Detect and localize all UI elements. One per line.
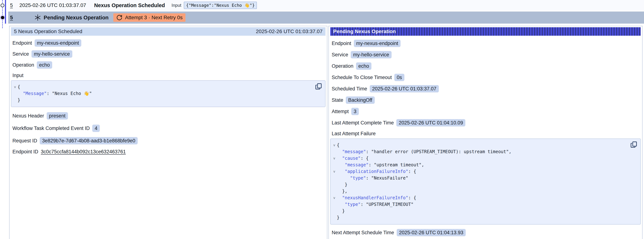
event-detail-fields-top: Endpoint my-nexus-endpoint Service my-he…	[11, 39, 326, 69]
endpoint-id-link[interactable]: 3c0c75ccfa8144b092c13ce632463761	[41, 149, 126, 155]
field-label: Endpoint	[12, 40, 32, 46]
field-row: Last Attempt Complete Time 2025-02-26 UT…	[332, 119, 641, 126]
field-label: Schedule To Close Timeout	[332, 75, 392, 80]
copy-button[interactable]	[315, 83, 322, 90]
timeline-open-circle-marker	[0, 4, 4, 7]
json-line-pre: },	[337, 188, 348, 194]
json-line-post: : {	[408, 168, 416, 175]
json-line: v "nexusHandlerFailureInfo" : {	[332, 194, 628, 201]
json-line-post: : {	[408, 194, 416, 201]
event-row-nexus-operation-scheduled[interactable]: 5 2025-02-26 UTC 01:03:37.07 Nexus Opera…	[8, 0, 644, 10]
timeline-filled-dot-marker	[1, 16, 4, 19]
next-attempt-row: Next Attempt Schedule Time 2025-02-26 UT…	[332, 229, 641, 236]
event-input-label: Input	[172, 3, 181, 8]
field-row: Scheduled Time 2025-02-26 UTC 01:03:37.0…	[332, 85, 641, 92]
field-value-chip: 0s	[394, 74, 404, 81]
json-line-pre	[337, 194, 342, 201]
json-line-pre: {	[337, 142, 340, 148]
pending-operation-panel: Pending Nexus Operation Endpoint my-nexu…	[328, 26, 642, 239]
copy-icon	[315, 83, 322, 90]
pending-operation-header: Pending Nexus Operation	[330, 27, 641, 36]
field-value-chip: my-hello-service	[32, 50, 72, 58]
json-line-key: "type"	[345, 201, 361, 208]
endpoint-id-row: Endpoint ID 3c0c75ccfa8144b092c13ce63246…	[12, 148, 326, 155]
next-attempt-value-chip: 2025-02-26 UTC 01:04:13.93	[397, 229, 466, 236]
json-line: "message" : "handler error (UPSTREAM_TIM…	[332, 148, 628, 155]
event-detail-panel: 5 Nexus Operation Scheduled 2025-02-26 U…	[9, 26, 327, 239]
event-detail-header: 5 Nexus Operation Scheduled 2025-02-26 U…	[11, 27, 326, 36]
field-value-chip: my-hello-service	[351, 51, 392, 58]
event-timestamp: 2025-02-26 UTC 01:03:37.07	[20, 2, 86, 8]
pending-event-id-link[interactable]: 5	[10, 15, 13, 20]
next-attempt-label: Next Attempt Schedule Time	[332, 230, 394, 236]
field-row: Endpoint my-nexus-endpoint	[332, 40, 641, 47]
field-value-chip: present	[47, 112, 68, 120]
copy-button[interactable]	[630, 141, 638, 148]
collapse-chevron-icon[interactable]: v	[332, 194, 337, 201]
collapse-chevron-icon[interactable]: v	[12, 84, 18, 90]
field-value-chip: 2025-02-26 UTC 01:03:37.07	[370, 85, 439, 92]
field-row: Schedule To Close Timeout 0s	[332, 74, 641, 81]
json-line-key: "nexusHandlerFailureInfo"	[342, 194, 408, 201]
json-line-post: : "NexusFailure"	[366, 175, 408, 181]
json-line: v {	[332, 142, 628, 148]
field-row: Attempt 3	[332, 108, 641, 115]
field-value-chip: 3e829b7e-7d67-4b08-aad3-b1e868bfe9e0	[40, 137, 138, 144]
field-row: Request ID 3e829b7e-7d67-4b08-aad3-b1e86…	[12, 137, 326, 144]
json-line: }	[332, 181, 628, 188]
field-row: Endpoint my-nexus-endpoint	[12, 39, 326, 47]
collapse-chevron-icon	[12, 90, 18, 97]
collapse-chevron-icon	[332, 162, 337, 168]
last-attempt-failure-label: Last Attempt Failure	[332, 131, 641, 136]
json-line-pre	[337, 201, 345, 208]
collapse-chevron-icon	[12, 97, 18, 104]
collapse-chevron-icon	[332, 214, 337, 221]
json-line: },	[332, 188, 628, 194]
field-label: Service	[12, 51, 29, 57]
field-row: Operation echo	[12, 61, 326, 69]
json-line-key: "Message"	[23, 90, 47, 97]
field-value-chip: my-nexus-endpoint	[34, 39, 82, 47]
copy-icon	[630, 141, 637, 148]
field-label: Last Attempt Complete Time	[332, 120, 394, 126]
json-line: "message" : "upstream timeout",	[332, 162, 628, 168]
json-line-post: : {	[361, 155, 368, 162]
field-row: Operation echo	[332, 62, 641, 70]
field-label: Request ID	[12, 138, 37, 144]
field-label: Workflow Task Completed Event ID	[12, 126, 90, 131]
json-line: "type" : "NexusFailure"	[332, 175, 628, 181]
event-id-link[interactable]: 5	[10, 2, 13, 8]
json-line: }	[332, 214, 628, 221]
field-row: Service my-hello-service	[12, 50, 326, 58]
event-detail-fields-bottom: Nexus Header present Workflow Task Compl…	[11, 112, 326, 144]
pending-operation-fields: Endpoint my-nexus-endpoint Service my-he…	[330, 40, 641, 126]
collapse-chevron-icon[interactable]: v	[332, 155, 337, 162]
event-title: Nexus Operation Scheduled	[94, 2, 165, 8]
json-line-pre: {	[18, 84, 20, 90]
collapse-chevron-icon[interactable]: v	[332, 142, 337, 148]
failure-json-lines: v { "message" : "handler error (UPSTREAM…	[332, 142, 628, 221]
json-line-post: : "UPSTREAM_TIMEOUT"	[361, 201, 414, 208]
json-line-key: "type"	[350, 175, 366, 181]
event-input-value-chip[interactable]: {"Message":"Nexus Echo 👋"}	[184, 2, 257, 9]
pending-asterisk-icon	[34, 14, 41, 21]
collapse-chevron-icon	[332, 148, 337, 155]
json-line: "type" : "UPSTREAM_TIMEOUT"	[332, 201, 628, 208]
field-label: Endpoint	[332, 41, 351, 46]
failure-json-viewer: v { "message" : "handler error (UPSTREAM…	[330, 138, 641, 224]
field-value-chip: 2025-02-26 UTC 01:04:10.09	[396, 119, 465, 126]
field-label: Service	[332, 52, 348, 58]
event-detail-header-timestamp: 2025-02-26 UTC 01:03:37.07	[256, 28, 322, 34]
field-value-chip: 3	[351, 108, 359, 115]
json-line-pre: }	[337, 214, 340, 221]
collapse-chevron-icon[interactable]: v	[332, 168, 337, 175]
json-line-key: "message"	[345, 162, 368, 168]
pending-nexus-operation-row[interactable]: 5 Pending Nexus Operation Attempt 3 · Ne…	[8, 12, 644, 24]
field-row: Nexus Header present	[12, 112, 326, 120]
json-line-post: : "Nexus Echo 👋"	[47, 90, 92, 97]
field-label: State	[332, 97, 343, 103]
json-line: v {	[12, 84, 314, 90]
json-line-pre: }	[337, 208, 345, 214]
input-json-viewer: v { "Message" : "Nexus Echo 👋" }	[11, 80, 326, 107]
retry-icon	[116, 14, 122, 21]
